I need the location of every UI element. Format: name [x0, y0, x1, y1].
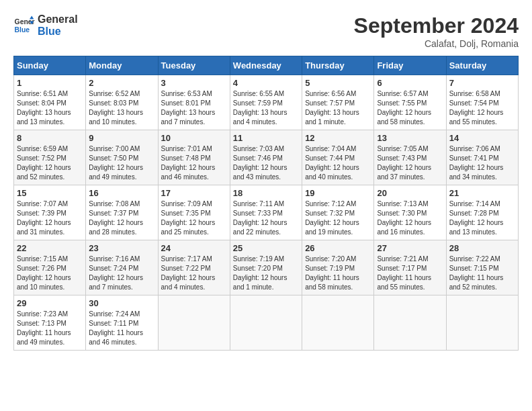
day-info: Sunrise: 6:58 AM Sunset: 7:54 PM Dayligh… [449, 89, 515, 127]
calendar-cell: 29Sunrise: 7:23 AM Sunset: 7:13 PM Dayli… [14, 295, 86, 351]
calendar-cell: 23Sunrise: 7:16 AM Sunset: 7:24 PM Dayli… [86, 240, 158, 295]
calendar-cell: 12Sunrise: 7:04 AM Sunset: 7:44 PM Dayli… [302, 130, 374, 185]
calendar-cell: 15Sunrise: 7:07 AM Sunset: 7:39 PM Dayli… [14, 185, 86, 240]
month-title: September 2024 [354, 13, 519, 38]
logo-icon: General Blue [13, 15, 35, 36]
day-number: 9 [89, 133, 154, 143]
title-block: September 2024 Calafat, Dolj, Romania [354, 13, 519, 49]
calendar-cell: 8Sunrise: 6:59 AM Sunset: 7:52 PM Daylig… [14, 130, 86, 185]
calendar-header-row: SundayMondayTuesdayWednesdayThursdayFrid… [14, 56, 519, 75]
calendar-cell: 27Sunrise: 7:21 AM Sunset: 7:17 PM Dayli… [374, 240, 446, 295]
calendar-week-row: 8Sunrise: 6:59 AM Sunset: 7:52 PM Daylig… [14, 130, 519, 185]
calendar-cell: 17Sunrise: 7:09 AM Sunset: 7:35 PM Dayli… [158, 185, 230, 240]
day-number: 1 [17, 78, 83, 88]
calendar-cell: 11Sunrise: 7:03 AM Sunset: 7:46 PM Dayli… [230, 130, 302, 185]
day-number: 11 [233, 133, 299, 143]
day-info: Sunrise: 7:08 AM Sunset: 7:37 PM Dayligh… [89, 199, 154, 237]
day-info: Sunrise: 7:06 AM Sunset: 7:41 PM Dayligh… [449, 144, 515, 182]
day-info: Sunrise: 7:09 AM Sunset: 7:35 PM Dayligh… [161, 199, 227, 237]
day-info: Sunrise: 6:52 AM Sunset: 8:03 PM Dayligh… [89, 89, 154, 127]
day-info: Sunrise: 7:22 AM Sunset: 7:15 PM Dayligh… [449, 255, 515, 292]
day-info: Sunrise: 7:24 AM Sunset: 7:11 PM Dayligh… [89, 310, 154, 347]
calendar-cell: 16Sunrise: 7:08 AM Sunset: 7:37 PM Dayli… [86, 185, 158, 240]
calendar-cell [158, 295, 230, 351]
day-number: 3 [161, 78, 227, 88]
day-number: 7 [449, 78, 515, 88]
calendar-cell: 28Sunrise: 7:22 AM Sunset: 7:15 PM Dayli… [446, 240, 518, 295]
svg-text:Blue: Blue [15, 26, 30, 33]
calendar-cell: 22Sunrise: 7:15 AM Sunset: 7:26 PM Dayli… [14, 240, 86, 295]
day-number: 17 [161, 188, 227, 198]
calendar-cell: 2Sunrise: 6:52 AM Sunset: 8:03 PM Daylig… [86, 75, 158, 130]
calendar-cell: 1Sunrise: 6:51 AM Sunset: 8:04 PM Daylig… [14, 75, 86, 130]
calendar-cell: 4Sunrise: 6:55 AM Sunset: 7:59 PM Daylig… [230, 75, 302, 130]
day-info: Sunrise: 7:05 AM Sunset: 7:43 PM Dayligh… [377, 144, 443, 182]
calendar-cell: 10Sunrise: 7:01 AM Sunset: 7:48 PM Dayli… [158, 130, 230, 185]
day-info: Sunrise: 7:19 AM Sunset: 7:20 PM Dayligh… [233, 255, 299, 292]
calendar-cell: 18Sunrise: 7:11 AM Sunset: 7:33 PM Dayli… [230, 185, 302, 240]
logo-line2: Blue [38, 26, 78, 38]
day-number: 29 [17, 298, 83, 308]
logo: General Blue General Blue [13, 13, 78, 37]
calendar-cell: 30Sunrise: 7:24 AM Sunset: 7:11 PM Dayli… [86, 295, 158, 351]
day-number: 14 [449, 133, 515, 143]
day-number: 12 [305, 133, 371, 143]
day-number: 8 [17, 133, 83, 143]
day-number: 16 [89, 188, 154, 198]
day-number: 2 [89, 78, 154, 88]
day-info: Sunrise: 7:11 AM Sunset: 7:33 PM Dayligh… [233, 199, 299, 237]
calendar-cell [374, 295, 446, 351]
day-info: Sunrise: 7:07 AM Sunset: 7:39 PM Dayligh… [17, 199, 83, 237]
calendar-body: 1Sunrise: 6:51 AM Sunset: 8:04 PM Daylig… [14, 75, 519, 351]
calendar-week-row: 1Sunrise: 6:51 AM Sunset: 8:04 PM Daylig… [14, 75, 519, 130]
day-number: 27 [377, 243, 443, 253]
logo-line1: General [38, 13, 78, 26]
calendar-cell: 3Sunrise: 6:53 AM Sunset: 8:01 PM Daylig… [158, 75, 230, 130]
day-number: 6 [377, 78, 443, 88]
calendar-cell: 20Sunrise: 7:13 AM Sunset: 7:30 PM Dayli… [374, 185, 446, 240]
day-info: Sunrise: 6:53 AM Sunset: 8:01 PM Dayligh… [161, 89, 227, 127]
calendar-cell: 9Sunrise: 7:00 AM Sunset: 7:50 PM Daylig… [86, 130, 158, 185]
day-info: Sunrise: 6:55 AM Sunset: 7:59 PM Dayligh… [233, 89, 299, 127]
calendar-week-row: 22Sunrise: 7:15 AM Sunset: 7:26 PM Dayli… [14, 240, 519, 295]
day-info: Sunrise: 7:12 AM Sunset: 7:32 PM Dayligh… [305, 199, 371, 237]
day-info: Sunrise: 6:51 AM Sunset: 8:04 PM Dayligh… [17, 89, 83, 127]
calendar-cell: 25Sunrise: 7:19 AM Sunset: 7:20 PM Dayli… [230, 240, 302, 295]
day-number: 21 [449, 188, 515, 198]
calendar-cell: 24Sunrise: 7:17 AM Sunset: 7:22 PM Dayli… [158, 240, 230, 295]
calendar-cell: 19Sunrise: 7:12 AM Sunset: 7:32 PM Dayli… [302, 185, 374, 240]
day-info: Sunrise: 6:59 AM Sunset: 7:52 PM Dayligh… [17, 144, 83, 182]
page-header: General Blue General Blue September 2024… [13, 13, 519, 49]
day-info: Sunrise: 7:15 AM Sunset: 7:26 PM Dayligh… [17, 255, 83, 292]
day-info: Sunrise: 7:03 AM Sunset: 7:46 PM Dayligh… [233, 144, 299, 182]
location-subtitle: Calafat, Dolj, Romania [354, 38, 519, 49]
calendar-cell: 5Sunrise: 6:56 AM Sunset: 7:57 PM Daylig… [302, 75, 374, 130]
weekday-header: Wednesday [230, 56, 302, 75]
calendar-cell: 13Sunrise: 7:05 AM Sunset: 7:43 PM Dayli… [374, 130, 446, 185]
day-number: 10 [161, 133, 227, 143]
day-number: 26 [305, 243, 371, 253]
day-number: 28 [449, 243, 515, 253]
calendar-cell: 26Sunrise: 7:20 AM Sunset: 7:19 PM Dayli… [302, 240, 374, 295]
calendar-week-row: 29Sunrise: 7:23 AM Sunset: 7:13 PM Dayli… [14, 295, 519, 351]
day-info: Sunrise: 6:57 AM Sunset: 7:55 PM Dayligh… [377, 89, 443, 127]
day-number: 30 [89, 298, 154, 308]
day-info: Sunrise: 7:17 AM Sunset: 7:22 PM Dayligh… [161, 255, 227, 292]
day-number: 18 [233, 188, 299, 198]
calendar-cell: 14Sunrise: 7:06 AM Sunset: 7:41 PM Dayli… [446, 130, 518, 185]
calendar-cell [302, 295, 374, 351]
day-number: 15 [17, 188, 83, 198]
calendar-cell: 21Sunrise: 7:14 AM Sunset: 7:28 PM Dayli… [446, 185, 518, 240]
day-info: Sunrise: 7:04 AM Sunset: 7:44 PM Dayligh… [305, 144, 371, 182]
day-info: Sunrise: 7:20 AM Sunset: 7:19 PM Dayligh… [305, 255, 371, 292]
day-info: Sunrise: 7:16 AM Sunset: 7:24 PM Dayligh… [89, 255, 154, 292]
weekday-header: Thursday [302, 56, 374, 75]
calendar-cell: 7Sunrise: 6:58 AM Sunset: 7:54 PM Daylig… [446, 75, 518, 130]
calendar-cell: 6Sunrise: 6:57 AM Sunset: 7:55 PM Daylig… [374, 75, 446, 130]
calendar-cell [446, 295, 518, 351]
day-number: 20 [377, 188, 443, 198]
calendar-week-row: 15Sunrise: 7:07 AM Sunset: 7:39 PM Dayli… [14, 185, 519, 240]
day-number: 5 [305, 78, 371, 88]
day-number: 19 [305, 188, 371, 198]
day-info: Sunrise: 7:01 AM Sunset: 7:48 PM Dayligh… [161, 144, 227, 182]
